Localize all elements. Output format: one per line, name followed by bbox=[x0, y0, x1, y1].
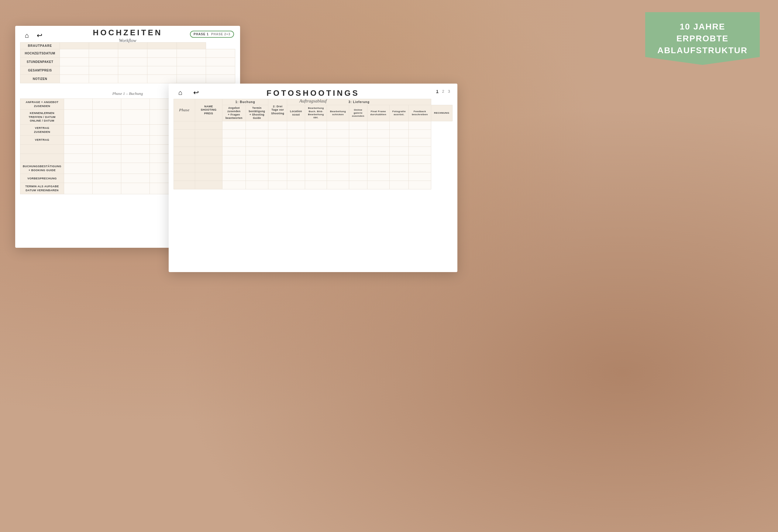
name-cell[interactable] bbox=[195, 147, 223, 155]
data-cell[interactable] bbox=[349, 147, 367, 155]
data-cell[interactable] bbox=[121, 154, 150, 163]
data-cell[interactable] bbox=[64, 183, 93, 194]
data-cell[interactable] bbox=[305, 172, 327, 181]
data-cell[interactable] bbox=[118, 58, 147, 66]
data-cell[interactable] bbox=[349, 130, 367, 138]
data-cell[interactable] bbox=[89, 66, 118, 75]
data-cell[interactable] bbox=[64, 145, 93, 154]
data-cell[interactable] bbox=[268, 155, 287, 164]
name-cell[interactable] bbox=[195, 121, 223, 130]
name-cell[interactable] bbox=[195, 155, 223, 164]
data-cell[interactable] bbox=[92, 124, 121, 135]
data-cell[interactable] bbox=[176, 58, 206, 66]
data-cell[interactable] bbox=[409, 172, 431, 181]
data-cell[interactable] bbox=[367, 172, 389, 181]
data-cell[interactable] bbox=[287, 155, 305, 164]
data-cell[interactable] bbox=[121, 183, 150, 194]
data-cell[interactable] bbox=[327, 172, 349, 181]
data-cell[interactable] bbox=[246, 138, 268, 147]
data-cell[interactable] bbox=[60, 58, 89, 66]
data-cell[interactable] bbox=[389, 172, 409, 181]
data-cell[interactable] bbox=[268, 172, 287, 181]
data-cell[interactable] bbox=[268, 164, 287, 172]
data-cell[interactable] bbox=[367, 155, 389, 164]
data-cell[interactable] bbox=[64, 124, 93, 135]
data-cell[interactable] bbox=[121, 145, 150, 154]
data-cell[interactable] bbox=[287, 147, 305, 155]
data-cell[interactable] bbox=[409, 121, 431, 130]
data-cell[interactable] bbox=[367, 130, 389, 138]
phase-tab-2[interactable]: PHASE 2+3 bbox=[211, 32, 230, 36]
page-1[interactable]: 1 bbox=[436, 89, 438, 94]
data-cell[interactable] bbox=[121, 136, 150, 145]
data-cell[interactable] bbox=[147, 49, 176, 58]
data-cell[interactable] bbox=[287, 181, 305, 189]
data-cell[interactable] bbox=[223, 130, 246, 138]
data-cell[interactable] bbox=[389, 155, 409, 164]
data-cell[interactable] bbox=[409, 181, 431, 189]
data-cell[interactable] bbox=[64, 174, 93, 183]
data-cell[interactable] bbox=[349, 172, 367, 181]
data-cell[interactable] bbox=[327, 164, 349, 172]
data-cell[interactable] bbox=[389, 130, 409, 138]
data-cell[interactable] bbox=[367, 121, 389, 130]
data-cell[interactable] bbox=[206, 75, 235, 83]
data-cell[interactable] bbox=[176, 49, 206, 58]
data-cell[interactable] bbox=[268, 121, 287, 130]
data-cell[interactable] bbox=[305, 147, 327, 155]
data-cell[interactable] bbox=[409, 155, 431, 164]
data-cell[interactable] bbox=[305, 130, 327, 138]
phase-tab-1[interactable]: PHASE 1 bbox=[193, 32, 209, 36]
name-cell[interactable] bbox=[195, 164, 223, 172]
data-cell[interactable] bbox=[305, 138, 327, 147]
back-icon[interactable]: ↩ bbox=[35, 31, 44, 40]
data-cell[interactable] bbox=[92, 154, 121, 163]
data-cell[interactable] bbox=[92, 145, 121, 154]
data-cell[interactable] bbox=[327, 147, 349, 155]
data-cell[interactable] bbox=[389, 138, 409, 147]
data-cell[interactable] bbox=[349, 181, 367, 189]
name-cell[interactable] bbox=[195, 172, 223, 181]
data-cell[interactable] bbox=[327, 121, 349, 130]
data-cell[interactable] bbox=[121, 163, 150, 174]
data-cell[interactable] bbox=[223, 121, 246, 130]
data-cell[interactable] bbox=[121, 99, 150, 110]
name-cell[interactable] bbox=[195, 130, 223, 138]
data-cell[interactable] bbox=[367, 181, 389, 189]
data-cell[interactable] bbox=[206, 49, 235, 58]
data-cell[interactable] bbox=[246, 121, 268, 130]
data-cell[interactable] bbox=[147, 58, 176, 66]
data-cell[interactable] bbox=[60, 75, 89, 83]
data-cell[interactable] bbox=[305, 181, 327, 189]
data-cell[interactable] bbox=[92, 99, 121, 110]
data-cell[interactable] bbox=[246, 181, 268, 189]
data-cell[interactable] bbox=[367, 138, 389, 147]
data-cell[interactable] bbox=[60, 66, 89, 75]
data-cell[interactable] bbox=[176, 66, 206, 75]
data-cell[interactable] bbox=[147, 75, 176, 83]
data-cell[interactable] bbox=[389, 181, 409, 189]
data-cell[interactable] bbox=[305, 164, 327, 172]
data-cell[interactable] bbox=[223, 172, 246, 181]
data-cell[interactable] bbox=[176, 75, 206, 83]
data-cell[interactable] bbox=[287, 130, 305, 138]
home-icon-2[interactable]: ⌂ bbox=[176, 88, 184, 97]
data-cell[interactable] bbox=[305, 121, 327, 130]
data-cell[interactable] bbox=[92, 174, 121, 183]
data-cell[interactable] bbox=[92, 136, 121, 145]
data-cell[interactable] bbox=[287, 172, 305, 181]
data-cell[interactable] bbox=[89, 75, 118, 83]
data-cell[interactable] bbox=[206, 66, 235, 75]
data-cell[interactable] bbox=[64, 99, 93, 110]
data-cell[interactable] bbox=[64, 154, 93, 163]
back-icon-2[interactable]: ↩ bbox=[192, 88, 200, 97]
name-cell[interactable] bbox=[195, 138, 223, 147]
data-cell[interactable] bbox=[409, 147, 431, 155]
data-cell[interactable] bbox=[409, 138, 431, 147]
data-cell[interactable] bbox=[121, 124, 150, 135]
data-cell[interactable] bbox=[349, 121, 367, 130]
data-cell[interactable] bbox=[389, 164, 409, 172]
data-cell[interactable] bbox=[64, 163, 93, 174]
data-cell[interactable] bbox=[64, 110, 93, 125]
data-cell[interactable] bbox=[147, 66, 176, 75]
